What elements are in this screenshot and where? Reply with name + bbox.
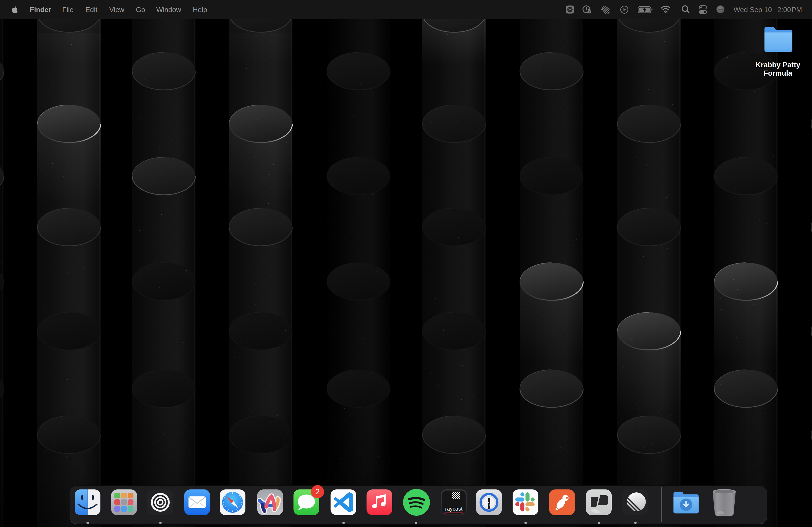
svg-text:raycast: raycast	[445, 506, 463, 512]
